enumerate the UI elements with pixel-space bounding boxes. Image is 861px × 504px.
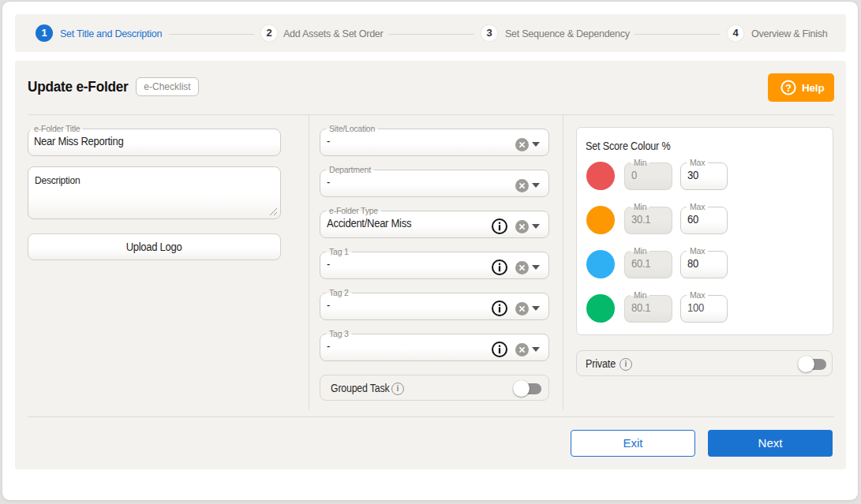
svg-text:?: ? <box>785 82 792 94</box>
